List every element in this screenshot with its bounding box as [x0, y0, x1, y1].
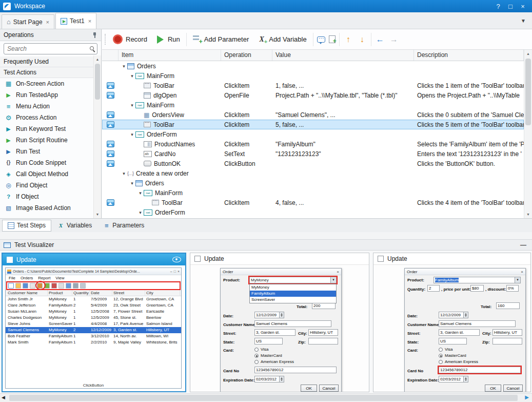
tree-expander-icon[interactable]: ▾ [121, 171, 127, 176]
move-up-icon[interactable]: ↑ [343, 35, 353, 44]
visualizer-thumbnail-icon[interactable] [107, 150, 114, 157]
visualizer-thumbnail-icon[interactable] [107, 92, 114, 99]
tab-variables[interactable]: Variables [52, 220, 97, 232]
state-label: State: [223, 339, 234, 346]
operation-run-testedapp[interactable]: Run TestedApp [0, 89, 93, 101]
visualizer-frame-3[interactable]: Update Order × Product: FamilyAlbum ▼ Qu… [373, 253, 531, 392]
pin-icon[interactable] [92, 32, 97, 38]
test-step-row[interactable]: ▾MainForm [102, 100, 524, 110]
test-step-row[interactable]: ▾MainForm [102, 188, 524, 198]
close-tab-icon[interactable]: × [46, 19, 49, 25]
tab-start-page[interactable]: ⌂ Start Page × [2, 14, 54, 29]
indent-step-icon[interactable]: → [389, 35, 399, 44]
tree-expander-icon[interactable]: ▾ [121, 64, 127, 69]
test-step-row[interactable]: ToolBarClickItem4, false, ...Clicks the … [102, 198, 524, 207]
tab-test1[interactable]: Test1 × [55, 13, 96, 29]
test-step-row[interactable]: ▾MainForm [102, 71, 524, 81]
scroll-left-icon[interactable]: ◀ [2, 395, 5, 400]
tree-expander-icon[interactable]: ▾ [137, 210, 144, 215]
visualizer-thumbnail-icon[interactable] [107, 160, 114, 167]
test-step-row[interactable]: ToolBarClickItem5, false, ...Clicks the … [102, 120, 524, 129]
scrollbar-thumb[interactable] [525, 59, 531, 125]
test-step-row[interactable]: ▾OrderForm [102, 207, 524, 217]
add-variable-button[interactable]: X Add Variable [255, 34, 309, 45]
test-step-row[interactable]: ProductNamesClickItem"FamilyAlbum"Select… [102, 139, 524, 149]
test-step-row[interactable]: ▾Orders [102, 178, 524, 188]
test-step-row[interactable]: ToolBarClickItem1, false, ...Clicks the … [102, 81, 524, 90]
visualizer-thumbnail-icon[interactable] [107, 121, 114, 128]
operation-image-based-action[interactable]: Image Based Action [0, 202, 93, 214]
operations-group-header[interactable]: Test Actions [0, 67, 93, 78]
comment-icon[interactable] [317, 36, 325, 43]
scroll-right-icon[interactable]: ▶ [525, 394, 529, 400]
tree-expander-icon[interactable]: ▾ [129, 181, 135, 186]
column-header-value[interactable]: Value [272, 50, 414, 61]
test-step-row[interactable]: ▾Orders [102, 61, 524, 71]
maximize-button[interactable]: □ [504, 3, 517, 10]
operation-run-code-snippet[interactable]: Run Code Snippet [0, 157, 93, 168]
close-button[interactable]: × [517, 3, 529, 10]
description-icon[interactable] [329, 35, 336, 43]
minimize-visualizer-icon[interactable]: — [518, 241, 528, 248]
operations-scrollbar[interactable]: ▲ ▼ [93, 55, 101, 218]
visualizer-thumbnail-icon[interactable] [107, 82, 114, 89]
operation-menu-action[interactable]: Menu Action [0, 101, 93, 112]
operation-call-object-method[interactable]: Call Object Method [0, 168, 93, 180]
eye-icon[interactable] [172, 257, 181, 262]
tab-test-steps[interactable]: Test Steps [2, 220, 51, 232]
run-button[interactable]: Run [153, 34, 183, 45]
operation-run-test[interactable]: Run Test [0, 146, 93, 157]
test-step-row[interactable]: ▾Create a new order [102, 168, 524, 178]
tree-expander-icon[interactable]: ▾ [129, 73, 135, 79]
grid-vertical-scrollbar[interactable]: ▲ ▼ [524, 50, 532, 218]
scroll-up-icon[interactable]: ▲ [94, 55, 101, 63]
update-checkbox[interactable] [194, 256, 201, 262]
scroll-up-icon[interactable]: ▲ [524, 50, 532, 58]
close-icon: × [337, 270, 339, 274]
test-step-row[interactable]: dlgOpenOpenFileProject.Path + "..\\MyTab… [102, 90, 524, 100]
tree-expander-icon[interactable]: ▾ [137, 190, 144, 196]
test-step-row[interactable]: ▾OrderForm [102, 129, 524, 139]
operations-group-header[interactable]: Frequently Used [0, 56, 93, 67]
toolbar-grip[interactable] [105, 34, 106, 45]
scroll-down-icon[interactable]: ▼ [524, 210, 532, 218]
customer-name-label: Customer Name: [223, 321, 256, 328]
scroll-down-icon[interactable]: ▼ [94, 210, 101, 218]
operation-run-keyword-test[interactable]: Run Keyword Test [0, 123, 93, 135]
tab-list-chevron-icon[interactable]: ▼ [521, 18, 526, 24]
orders-cell: Whitestone, Brits [146, 339, 180, 346]
tab-parameters[interactable]: Parameters [98, 220, 149, 232]
record-button[interactable]: Record [110, 33, 150, 46]
update-checkbox[interactable] [7, 257, 13, 263]
add-parameter-button[interactable]: Add Parameter [190, 34, 251, 45]
test-step-row[interactable]: ButtonOKClickButtonClicks the 'ButtonOK'… [102, 159, 524, 168]
visualizer-thumbnail-icon[interactable] [107, 141, 114, 147]
test-step-row[interactable]: CardNoSetText"123123123123"Enters the te… [102, 149, 524, 159]
visualizer-frame-1[interactable]: Update Orders - C:\Users\Public\Document… [2, 253, 186, 392]
search-input[interactable] [4, 43, 97, 54]
column-header-description[interactable]: Description [414, 50, 524, 61]
tree-expander-icon[interactable]: ▾ [129, 132, 135, 137]
visualizer-frame-2[interactable]: Update Order × Product: MyMoney ▼ MyMone… [190, 253, 369, 392]
close-tab-icon[interactable]: × [88, 18, 91, 24]
column-header-item[interactable]: Item [119, 50, 221, 61]
operation-on-screen-action[interactable]: On-Screen Action [0, 78, 93, 89]
button-icon [144, 161, 151, 166]
column-header-operation[interactable]: Operation [221, 50, 272, 61]
operation-if-object[interactable]: If Object [0, 191, 93, 202]
outdent-step-icon[interactable]: ← [375, 35, 385, 44]
operation-find-object[interactable]: Find Object [0, 180, 93, 191]
help-button[interactable]: ? [492, 3, 504, 10]
operation-process-action[interactable]: Process Action [0, 112, 93, 123]
scrollbar-thumb[interactable] [9, 395, 518, 401]
move-down-icon[interactable]: ↓ [357, 35, 367, 44]
operation-run-script-routine[interactable]: Run Script Routine [0, 135, 93, 146]
update-checkbox[interactable] [378, 256, 384, 262]
visualizer-thumbnail-icon[interactable] [107, 111, 114, 118]
operation-label: Find Object [16, 182, 47, 189]
visualizer-thumbnail-icon[interactable] [107, 199, 114, 206]
test-step-row[interactable]: OrdersViewClickItem"Samuel Clemens", ...… [102, 110, 524, 120]
tree-expander-icon[interactable]: ▾ [129, 103, 135, 108]
horizontal-scrollbar[interactable]: ◀ ▶ [0, 393, 532, 402]
scrollbar-thumb[interactable] [95, 64, 100, 100]
